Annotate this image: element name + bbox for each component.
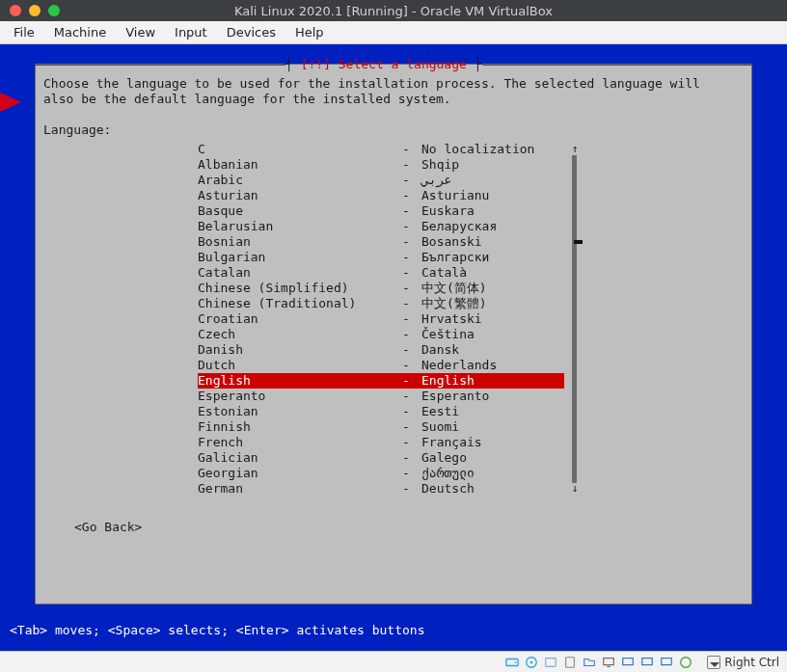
language-scrollbar[interactable]: ↑ ↓ (568, 142, 582, 497)
language-option[interactable]: Chinese (Simplified)-中文(简体) (198, 281, 564, 296)
language-option[interactable]: Albanian-Shqip (198, 157, 564, 173)
language-separator: - (391, 203, 421, 219)
language-option[interactable]: Georgian-ქართული (198, 466, 564, 481)
menubar: File Machine View Input Devices Help (0, 21, 787, 44)
shared-folders-icon[interactable] (582, 655, 597, 670)
zoom-window-button[interactable] (48, 5, 60, 16)
minimize-window-button[interactable] (29, 5, 41, 16)
language-name: English (198, 373, 391, 389)
language-name: Bulgarian (198, 250, 391, 265)
language-option[interactable]: German-Deutsch (198, 481, 564, 497)
language-option[interactable]: Galician-Galego (198, 450, 564, 466)
language-native: Беларуская (421, 219, 564, 234)
language-separator: - (391, 157, 421, 173)
display-icon[interactable] (601, 655, 616, 670)
language-option[interactable]: Czech-Čeština (198, 327, 564, 342)
language-name: Catalan (198, 265, 391, 281)
language-option[interactable]: Bulgarian-Български (198, 250, 564, 265)
language-option[interactable]: French-Français (198, 435, 564, 450)
dialog-description: Choose the language to be used for the i… (43, 76, 744, 107)
language-separator: - (391, 281, 421, 296)
installer-dialog: ┤ [!!] Select a language ├ Choose the la… (35, 64, 752, 605)
language-option[interactable]: Dutch-Nederlands (198, 358, 564, 373)
language-separator: - (391, 481, 421, 497)
window-title: Kali Linux 2020.1 [Running] - Oracle VM … (0, 4, 787, 18)
language-separator: - (391, 419, 421, 435)
language-native: Galego (421, 450, 564, 466)
window-titlebar: Kali Linux 2020.1 [Running] - Oracle VM … (0, 0, 787, 21)
language-separator: - (391, 265, 421, 281)
usb-icon[interactable] (562, 655, 578, 670)
hard-disk-icon[interactable] (504, 655, 520, 670)
language-native: Eesti (421, 404, 564, 419)
language-separator: - (391, 373, 421, 389)
language-native: Nederlands (421, 358, 564, 373)
language-option[interactable]: Belarusian-Беларуская (198, 219, 564, 234)
language-name: Galician (198, 450, 391, 466)
host-key-label: Right Ctrl (724, 656, 779, 669)
language-list[interactable]: C-No localizationAlbanian-ShqipArabic-عر… (198, 142, 564, 497)
menu-file[interactable]: File (4, 22, 44, 42)
language-option[interactable]: Estonian-Eesti (198, 404, 564, 419)
language-name: Belarusian (198, 219, 391, 234)
language-option[interactable]: Catalan-Català (198, 265, 564, 281)
language-option[interactable]: Arabic-عربي (198, 173, 564, 188)
language-separator: - (391, 250, 421, 265)
optical-disc-icon[interactable] (524, 655, 539, 670)
language-separator: - (391, 435, 421, 450)
language-option[interactable]: Bosnian-Bosanski (198, 234, 564, 250)
language-option[interactable]: Finnish-Suomi (198, 419, 564, 435)
recording-icon[interactable] (620, 655, 636, 670)
audio-icon[interactable] (543, 655, 558, 670)
language-native: Български (421, 250, 564, 265)
language-option[interactable]: C-No localization (198, 142, 564, 157)
language-option[interactable]: Danish-Dansk (198, 342, 564, 358)
language-separator: - (391, 311, 421, 327)
svg-rect-5 (566, 657, 575, 667)
language-native: Euskara (421, 203, 564, 219)
language-separator: - (391, 450, 421, 466)
language-option[interactable]: Croatian-Hrvatski (198, 311, 564, 327)
vm-display[interactable]: ┤ [!!] Select a language ├ Choose the la… (0, 44, 787, 651)
scroll-down-icon[interactable]: ↓ (568, 481, 582, 497)
menu-machine[interactable]: Machine (44, 22, 116, 42)
language-native: Asturianu (421, 188, 564, 203)
language-native: عربي (421, 173, 564, 188)
language-separator: - (391, 188, 421, 203)
language-name: French (198, 435, 391, 450)
svg-rect-10 (662, 658, 672, 664)
language-native: Suomi (421, 419, 564, 435)
language-native: Čeština (421, 327, 564, 342)
language-native: English (421, 373, 564, 389)
menu-help[interactable]: Help (285, 22, 334, 42)
svg-rect-6 (604, 658, 614, 664)
go-back-button[interactable]: <Go Back> (74, 520, 744, 535)
language-separator: - (391, 358, 421, 373)
language-option[interactable]: Basque-Euskara (198, 203, 564, 219)
dialog-priority-tag: [!!] (301, 57, 331, 72)
language-option[interactable]: English-English (198, 373, 564, 389)
language-name: Czech (198, 327, 391, 342)
language-separator: - (391, 173, 421, 188)
language-option[interactable]: Chinese (Traditional)-中文(繁體) (198, 296, 564, 311)
monitor1-icon[interactable] (639, 655, 655, 670)
menu-view[interactable]: View (116, 22, 165, 42)
scroll-track[interactable] (572, 155, 577, 483)
close-window-button[interactable] (10, 5, 21, 16)
svg-point-1 (515, 661, 517, 663)
menu-devices[interactable]: Devices (217, 22, 285, 42)
menu-input[interactable]: Input (165, 22, 217, 42)
language-native: ქართული (421, 466, 564, 481)
network-icon[interactable] (678, 655, 693, 670)
language-name: Basque (198, 203, 391, 219)
language-separator: - (391, 342, 421, 358)
dialog-title-text: Select a language (339, 57, 467, 72)
language-option[interactable]: Esperanto-Esperanto (198, 389, 564, 404)
language-separator: - (391, 219, 421, 234)
host-key-indicator[interactable]: Right Ctrl (707, 656, 779, 669)
language-separator: - (391, 389, 421, 404)
monitor2-icon[interactable] (659, 655, 674, 670)
language-name: Bosnian (198, 234, 391, 250)
language-option[interactable]: Asturian-Asturianu (198, 188, 564, 203)
language-name: German (198, 481, 391, 497)
